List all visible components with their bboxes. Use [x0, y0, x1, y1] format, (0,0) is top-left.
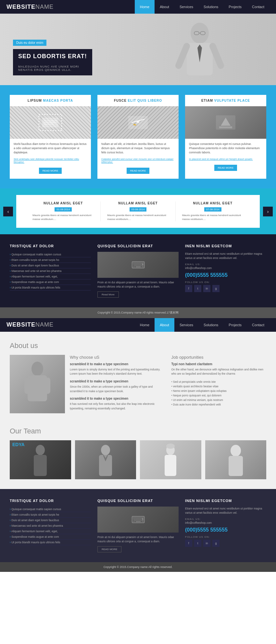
read-more-btn-3[interactable]: READ MORE — [214, 165, 237, 171]
social-icon-in-1[interactable]: in — [203, 285, 210, 292]
service-title-accent-3: VULPUTATE PLACE — [214, 99, 250, 102]
nav-item-services-2[interactable]: Services — [174, 318, 198, 332]
info-col1-title-2: TRISTIQUE AT DOLOR — [10, 499, 91, 503]
nav-link-services-1[interactable]: Services — [174, 0, 198, 14]
info-col3-title-2: INEN NISLMI EGETCOM — [185, 499, 266, 503]
news-badge-3: 07-08-2014 — [204, 207, 221, 212]
info-read-btn-2[interactable]: READ MORE — [97, 546, 121, 552]
service-title-accent-2: ELIT QUIS LIBERO — [128, 99, 162, 102]
social-icon-in-2[interactable]: in — [203, 540, 210, 547]
social-icons-1: f t in g — [185, 285, 266, 292]
email-value-1: info@coffeeshop.com — [185, 266, 266, 270]
brand-normal-1: NAME — [35, 4, 54, 10]
about-job-subtitle: Typi non habent claritatem — [171, 362, 267, 366]
nav-item-contact-1[interactable]: Contact — [247, 0, 270, 14]
read-more-btn-2[interactable]: READ MORE — [127, 168, 149, 174]
team-img-4 — [205, 440, 267, 479]
social-icon-g-1[interactable]: g — [212, 285, 220, 292]
brand-bold-1: WEBSITE — [6, 4, 35, 10]
nav-item-home-1[interactable]: Home — [135, 0, 155, 14]
nav-link-services-2[interactable]: Services — [174, 318, 198, 332]
navbar-1: WEBSITENAME Home About Services Solution… — [0, 0, 276, 14]
nav-link-projects-2[interactable]: Projects — [223, 318, 247, 332]
hero-person — [172, 20, 227, 85]
news-badge-2: 03-08-2014 — [130, 207, 147, 212]
svg-rect-21 — [28, 375, 47, 401]
nav-link-contact-1[interactable]: Contact — [247, 0, 270, 14]
nav-item-solutions-1[interactable]: Solutions — [198, 0, 223, 14]
info-col2-title-2: QUISQUE SOLLICIDIN ERAT — [97, 499, 179, 503]
news-title-2: NULLAM ANISL EGET — [107, 201, 169, 205]
nav-link-solutions-1[interactable]: Solutions — [198, 0, 223, 14]
svg-point-15 — [137, 121, 139, 123]
footer-2: Copyright © 2015.Company name All rights… — [0, 562, 276, 572]
list-item: Ut porta blandit mauris quis ultrices fe… — [10, 540, 91, 545]
service-link-2[interactable]: Catpidor grevlht sed cursur visir ricsur… — [97, 158, 179, 165]
news-next-btn[interactable]: › — [263, 207, 273, 216]
services-section: LIPSUM MAECAS PORTA Morbi faucibus diam … — [0, 85, 276, 188]
nav-item-contact-2[interactable]: Contact — [247, 318, 270, 332]
nav-link-contact-2[interactable]: Contact — [247, 318, 270, 332]
list-item: Suspendisse mattis augue at ante com — [10, 279, 91, 285]
list-item: Nemo enim ipsam voluptatem quia voluptas — [171, 389, 267, 393]
service-body-2: Nullam at vel elit, ut interdum Jeonbu l… — [97, 139, 179, 158]
nav-link-home-2[interactable]: Home — [135, 318, 155, 332]
about-text-1: Lorem Ipsum is simply dummy text of the … — [70, 367, 165, 376]
hero-title: SED LOBORTIS ERAT! — [13, 49, 92, 64]
list-item: Aliquam fermentum laoreet velit, eget, — [10, 529, 91, 534]
info-list-2: Quisque consequat mattis sapien cursus E… — [10, 507, 91, 545]
info-read-btn-1[interactable]: Read More — [97, 291, 119, 298]
nav-item-home-2[interactable]: Home — [135, 318, 155, 332]
about-subtitle-1: scrambled it to make a type specimen — [70, 362, 165, 366]
news-body-2: Mauris gravida libero at massa hendrerit… — [107, 213, 169, 221]
phone-2: (000)5555 555555 — [185, 527, 266, 533]
service-img-svg-3 — [213, 113, 239, 132]
service-img-svg-1 — [37, 113, 63, 132]
info-col3-body-1: Etiam euismod orci sit amet nunc vestibu… — [185, 252, 266, 260]
list-item: Maecaenas sed ante sit amet leo pharetra — [10, 523, 91, 529]
read-more-btn-1[interactable]: READ MORE — [39, 168, 62, 174]
news-body-3: Mauris gravida libero at massa hendrerit… — [182, 213, 244, 221]
info-img-1 — [97, 252, 179, 278]
nav-item-services-1[interactable]: Services — [174, 0, 198, 14]
nav-item-about-1[interactable]: About — [155, 0, 174, 14]
social-icon-f-2[interactable]: f — [185, 540, 192, 547]
team-svg-4 — [226, 444, 245, 476]
svg-rect-25 — [34, 455, 47, 476]
nav-item-projects-1[interactable]: Projects — [223, 0, 247, 14]
social-icon-g-2[interactable]: g — [212, 540, 220, 547]
team-section: Our Team EDYA — [0, 424, 276, 489]
about-text-2: Since the 1500s, when an unknown printer… — [70, 385, 165, 393]
news-prev-btn[interactable]: ‹ — [3, 207, 13, 216]
social-icon-t-1[interactable]: t — [194, 285, 201, 292]
info-col2-body-1: Proin at mi dui aliquam praesim ut sit a… — [97, 280, 179, 289]
footer1-text: Copyright © 2015.Company name All rights… — [97, 311, 179, 314]
nav-link-projects-1[interactable]: Projects — [223, 0, 247, 14]
person-silhouette — [172, 20, 227, 85]
about-text-3: It has survived not only five centuries,… — [70, 402, 165, 411]
info-col-1-1: TRISTIQUE AT DOLOR Quisque consequat mat… — [10, 244, 91, 298]
team-header: Our Team — [10, 427, 266, 435]
nav-link-solutions-2[interactable]: Solutions — [198, 318, 223, 332]
info-img-2 — [97, 507, 179, 533]
team-svg-1 — [31, 444, 50, 476]
svg-rect-27 — [99, 455, 112, 476]
service-link-1[interactable]: Sint umkhqdu sed Jidinkpe pleerbt nossue… — [10, 158, 91, 165]
navbar-2: WEBSITENAME Home About Services Solution… — [0, 318, 276, 332]
social-icon-t-2[interactable]: t — [194, 540, 201, 547]
nav-item-about-2[interactable]: About — [155, 318, 174, 332]
svg-line-3 — [213, 46, 221, 66]
brand-2: WEBSITENAME — [6, 321, 135, 328]
nav-link-about-1[interactable]: About — [155, 0, 174, 14]
about-grid: Why choose uS scrambled it to make a typ… — [10, 355, 266, 414]
team-svg-3 — [161, 444, 180, 476]
svg-point-32 — [231, 445, 241, 457]
social-icon-f-1[interactable]: f — [185, 285, 192, 292]
service-link-3[interactable]: In placeret sed id mequut ultrici pri Ne… — [185, 158, 266, 162]
nav-item-solutions-2[interactable]: Solutions — [198, 318, 223, 332]
nav-item-projects-2[interactable]: Projects — [223, 318, 247, 332]
team-img-3 — [140, 440, 201, 479]
nav-link-about-2[interactable]: About — [155, 318, 174, 332]
news-inner: NULLAM ANISL EGET 01-08-2014 Mauris grav… — [16, 195, 260, 228]
nav-link-home-1[interactable]: Home — [135, 0, 155, 14]
